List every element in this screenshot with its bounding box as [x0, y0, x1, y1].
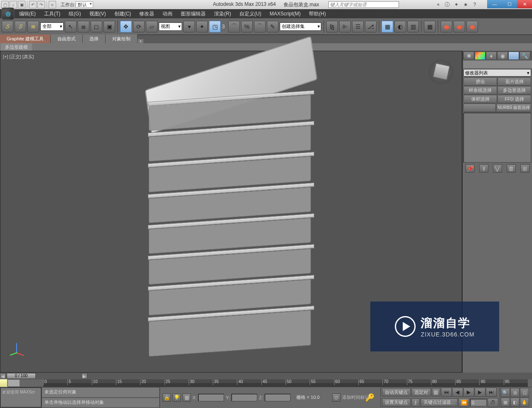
save-icon[interactable]: ▣	[18, 1, 25, 8]
spline-select-button[interactable]: 样条线选择	[463, 86, 497, 94]
menu-tools[interactable]: 工具(T)	[40, 9, 64, 19]
goto-start-icon[interactable]: ⏮	[441, 388, 452, 397]
ribbon-panel-polymodel[interactable]: 多边形建模	[1, 43, 32, 51]
ribbon-tab-selection[interactable]: 选择	[83, 35, 106, 43]
mirror-icon[interactable]: ⧎	[326, 21, 338, 32]
prev-key-icon[interactable]: ⏪	[458, 398, 469, 407]
zoom-icon[interactable]: 🔍	[501, 388, 510, 397]
x-field[interactable]	[198, 394, 224, 401]
utilities-tab-icon[interactable]: 🔧	[520, 52, 530, 60]
selset-button[interactable]: 选定对	[411, 388, 431, 396]
vol-select-button[interactable]: 体积选择	[463, 95, 497, 103]
isolate-icon[interactable]: 💡	[172, 393, 181, 402]
hierarchy-tab-icon[interactable]: ♦	[486, 52, 497, 60]
favorites-icon[interactable]: ★	[462, 1, 469, 8]
z-field[interactable]	[265, 394, 291, 401]
scale-icon[interactable]: ▱	[146, 21, 158, 32]
selection-filter-dropdown[interactable]: 全部	[40, 22, 64, 31]
help-search-input[interactable]	[328, 1, 399, 8]
lock-icon[interactable]: 🔒	[163, 393, 171, 402]
menu-edit[interactable]: 编辑(E)	[15, 9, 40, 19]
menu-group[interactable]: 组(G)	[64, 9, 85, 19]
app-menu-icon[interactable]: ⊜	[2, 7, 14, 20]
key-icon[interactable]: 🔑	[365, 393, 374, 402]
extrude-button[interactable]: 挤出	[463, 77, 497, 86]
select-name-icon[interactable]: ≣	[78, 21, 89, 32]
poly-select-button[interactable]: 多边形选择	[498, 86, 531, 94]
edit-selset-icon[interactable]: ✎	[267, 21, 278, 32]
ffd-select-button[interactable]: FFD 选择	[498, 95, 531, 103]
modifier-list-dropdown[interactable]: 修改器列表	[463, 69, 531, 77]
fov-icon[interactable]: ◧	[510, 398, 520, 407]
menu-graph[interactable]: 图形编辑器	[177, 9, 210, 19]
manipulate-icon[interactable]: ✦	[196, 21, 208, 32]
maximize-button[interactable]: ☐	[502, 0, 517, 8]
zoom-extents-icon[interactable]: ⊡	[520, 388, 529, 397]
render-last-icon[interactable]: 🫖	[466, 21, 478, 32]
setkey-button[interactable]: 设置关键点	[382, 398, 411, 407]
move-icon[interactable]: ✥	[120, 21, 132, 32]
time-config-icon[interactable]: ⏱	[488, 398, 498, 407]
menu-create[interactable]: 创建(C)	[110, 9, 135, 19]
bind-icon[interactable]: ≋	[27, 21, 39, 32]
pan-icon[interactable]: ✋	[520, 398, 529, 407]
autokey-button[interactable]: 自动关键点	[382, 388, 411, 396]
render-production-icon[interactable]: 🫖	[441, 21, 452, 32]
close-button[interactable]: ✕	[517, 0, 532, 8]
link-icon[interactable]: 𝓢	[2, 21, 13, 32]
prev-frame-icon[interactable]: ◀	[452, 388, 463, 397]
ribbon-tab-paint[interactable]: 对象绘制	[106, 35, 138, 43]
select-icon[interactable]: ↖	[65, 21, 76, 32]
pin-stack-icon[interactable]: 📌	[466, 164, 475, 173]
play-icon[interactable]: ▶	[463, 388, 474, 397]
viewport[interactable]: [+] [正交] [真实] 溜溜自学 ZIXUE.3D66.COM	[0, 51, 462, 373]
render-setup-icon[interactable]: ▥	[407, 21, 419, 32]
maxscript-mini[interactable]: 欢迎使用 MAXScr	[0, 387, 42, 408]
named-selset-dropdown[interactable]: 创建选择集	[280, 22, 321, 31]
keymode-icon[interactable]	[0, 379, 7, 387]
zoom-all-icon[interactable]: ⊞	[510, 388, 520, 397]
material-editor-icon[interactable]: ◐	[394, 21, 406, 32]
zoom-extents-all-icon[interactable]: ▦	[501, 398, 510, 407]
modifier-stack[interactable]	[463, 113, 531, 163]
spinner-snap-icon[interactable]: ⌒	[254, 21, 266, 32]
menu-maxscript[interactable]: MAXScript(M)	[266, 10, 305, 18]
time-ruler[interactable]: 0 5 10 15 20 25 30 35 40 45 50 55 60 65 …	[43, 379, 528, 387]
workbench-dropdown[interactable]: 默认	[76, 1, 93, 8]
trackbar-selected[interactable]	[7, 379, 20, 387]
keyfilter-button[interactable]: 关键点过滤器...	[421, 398, 458, 407]
y-field[interactable]	[232, 394, 257, 401]
time-slider-handle[interactable]: 0 / 100	[7, 373, 36, 379]
goto-end-icon[interactable]: ⏭	[486, 388, 497, 397]
menu-rendering[interactable]: 渲染(R)	[210, 9, 235, 19]
menu-modifiers[interactable]: 修改器	[135, 9, 158, 19]
infocenter-icon[interactable]: ⌖	[435, 1, 441, 8]
display-tab-icon[interactable]: ▢	[508, 52, 519, 60]
link-icon[interactable]: ⎋	[49, 1, 56, 8]
curve-editor-icon[interactable]: ⎇	[365, 21, 377, 32]
minimize-button[interactable]: —	[487, 0, 502, 8]
menu-views[interactable]: 视图(V)	[85, 9, 110, 19]
time-next-icon[interactable]: ▶	[81, 373, 87, 379]
configure-sets-icon[interactable]: ⊞	[520, 164, 530, 173]
ribbon-tab-freeform[interactable]: 自由形式	[51, 35, 83, 43]
time-prev-icon[interactable]: ◀	[0, 373, 6, 379]
next-frame-icon[interactable]: ▶	[475, 388, 485, 397]
face-select-button[interactable]: 面片选择	[498, 77, 531, 86]
object-name-input[interactable]	[463, 61, 532, 68]
keyfilter-icon[interactable]: ▦	[432, 388, 440, 396]
select-region-rect-icon[interactable]: ◻	[91, 21, 102, 32]
exchange-icon[interactable]: ✦	[453, 1, 460, 8]
ribbon-expand-icon[interactable]: ▾	[138, 39, 143, 43]
modify-tab-icon[interactable]: ◐	[475, 52, 485, 60]
menu-help[interactable]: 帮助(H)	[305, 9, 330, 19]
help-icon[interactable]: ?	[471, 1, 478, 8]
ref-coord-dropdown[interactable]: 视图	[159, 22, 182, 31]
selection-lock-icon[interactable]: ▦	[182, 393, 191, 402]
show-end-icon[interactable]: Ⅱ	[479, 164, 488, 173]
menu-customize[interactable]: 自定义(U)	[235, 9, 266, 19]
align-icon[interactable]: ⊫	[339, 21, 351, 32]
pivot-icon[interactable]: ▾	[183, 21, 195, 32]
nurbs-button[interactable]: NURBS 曲面选择	[496, 104, 531, 112]
schematic-icon[interactable]: ▦	[382, 21, 393, 32]
